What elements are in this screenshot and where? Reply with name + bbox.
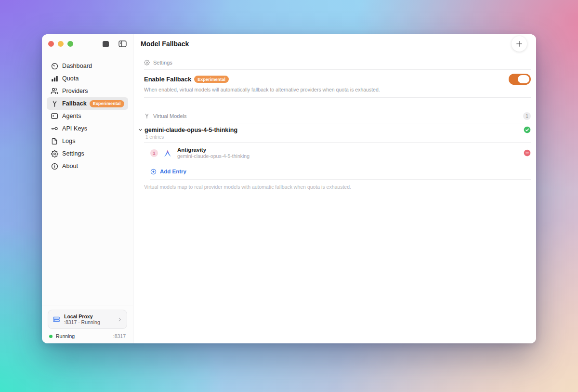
sidebar-footer: Local Proxy :8317 - Running Running :831… bbox=[42, 305, 133, 343]
settings-section-label: Settings bbox=[153, 60, 172, 65]
sidebar-titlebar bbox=[42, 34, 133, 53]
entries-list: 1 Antig bbox=[150, 143, 531, 180]
sidebar-item-label: About bbox=[62, 163, 78, 170]
enable-fallback-row: Enable Fallback Experimental When enable… bbox=[144, 70, 531, 98]
add-entry-button[interactable]: Add Entry bbox=[150, 164, 531, 180]
sidebar-item-about[interactable]: About bbox=[47, 160, 128, 172]
chevron-down-icon bbox=[138, 127, 143, 132]
sidebar: Dashboard Quota Providers Fallback Expe bbox=[42, 34, 133, 343]
enable-fallback-toggle[interactable] bbox=[509, 74, 531, 85]
sidebar-item-label: Settings bbox=[62, 150, 84, 157]
sidebar-item-label: Agents bbox=[62, 113, 81, 119]
chevron-right-icon bbox=[117, 317, 122, 322]
entry-priority-badge: 1 bbox=[150, 149, 158, 157]
terminal-window-icon bbox=[51, 112, 58, 120]
zoom-window-button[interactable] bbox=[67, 41, 73, 47]
fork-icon bbox=[51, 100, 58, 107]
sidebar-item-api-keys[interactable]: API Keys bbox=[47, 122, 128, 135]
users-icon bbox=[51, 87, 58, 95]
status-dot-icon bbox=[49, 335, 53, 338]
proxy-status-row: Running :8317 bbox=[48, 329, 127, 343]
sidebar-item-label: Providers bbox=[62, 88, 88, 94]
sidebar-item-agents[interactable]: Agents bbox=[47, 110, 128, 122]
entry-provider-name: Antigravity bbox=[177, 146, 250, 153]
settings-section-header: Settings bbox=[144, 56, 531, 70]
close-window-button[interactable] bbox=[48, 41, 54, 47]
status-label: Running bbox=[56, 333, 75, 339]
entry-model-name: gemini-claude-opus-4-5-thinking bbox=[177, 153, 250, 159]
gauge-icon bbox=[51, 62, 58, 70]
sidebar-item-label: Logs bbox=[62, 138, 76, 144]
proxy-subtitle: :8317 - Running bbox=[64, 319, 100, 325]
server-icon bbox=[53, 315, 60, 323]
sidebar-item-label: API Keys bbox=[62, 125, 87, 132]
plus-circle-icon bbox=[150, 169, 157, 175]
main-content: Settings Enable Fallback Experimental Wh… bbox=[133, 53, 536, 190]
sidebar-item-fallback[interactable]: Fallback Experimental bbox=[47, 97, 128, 110]
sidebar-item-label: Dashboard bbox=[62, 63, 92, 69]
remove-entry-button[interactable] bbox=[524, 149, 531, 157]
app-window: Dashboard Quota Providers Fallback Expe bbox=[42, 34, 536, 343]
stop-server-icon[interactable] bbox=[103, 41, 109, 47]
sidebar-item-label: Fallback bbox=[62, 100, 87, 107]
enable-fallback-label: Enable Fallback bbox=[144, 76, 191, 83]
enable-fallback-description: When enabled, virtual models will automa… bbox=[144, 87, 531, 92]
toggle-thumb bbox=[518, 75, 529, 83]
virtual-models-footer: Virtual models map to real provider mode… bbox=[144, 184, 531, 190]
status-port: :8317 bbox=[113, 333, 126, 339]
add-virtual-model-button[interactable] bbox=[512, 36, 527, 52]
minimize-window-button[interactable] bbox=[58, 41, 64, 47]
sidebar-item-quota[interactable]: Quota bbox=[47, 72, 128, 85]
info-icon bbox=[51, 162, 58, 170]
add-entry-label: Add Entry bbox=[160, 169, 186, 174]
toggle-sidebar-icon[interactable] bbox=[118, 40, 127, 47]
main-header: Model Fallback bbox=[133, 34, 536, 53]
bar-chart-icon bbox=[51, 75, 58, 82]
fallback-entry-row[interactable]: 1 Antig bbox=[150, 143, 531, 164]
gear-icon bbox=[144, 60, 150, 65]
entries-count-label: 1 entries bbox=[145, 134, 531, 140]
virtual-models-header: Virtual Models 1 bbox=[144, 109, 531, 123]
sidebar-item-dashboard[interactable]: Dashboard bbox=[47, 60, 128, 72]
document-icon bbox=[51, 137, 58, 145]
antigravity-logo-icon bbox=[163, 149, 172, 157]
fork-icon bbox=[144, 113, 150, 119]
gear-icon bbox=[51, 150, 58, 157]
experimental-badge: Experimental bbox=[194, 76, 229, 83]
proxy-title: Local Proxy bbox=[64, 314, 100, 319]
sidebar-item-logs[interactable]: Logs bbox=[47, 135, 128, 147]
virtual-models-label: Virtual Models bbox=[153, 113, 187, 119]
local-proxy-card[interactable]: Local Proxy :8317 - Running bbox=[48, 310, 127, 329]
experimental-badge: Experimental bbox=[90, 100, 124, 107]
model-enabled-check-icon[interactable] bbox=[524, 126, 531, 133]
main-panel: Model Fallback Settings Enable Fallback … bbox=[133, 34, 536, 343]
key-icon bbox=[51, 125, 58, 132]
sidebar-item-providers[interactable]: Providers bbox=[47, 85, 128, 97]
sidebar-nav: Dashboard Quota Providers Fallback Expe bbox=[42, 53, 133, 172]
sidebar-item-label: Quota bbox=[62, 75, 79, 82]
virtual-model-name: gemini-claude-opus-4-5-thinking bbox=[144, 127, 237, 133]
virtual-model-group-header[interactable]: gemini-claude-opus-4-5-thinking 1 entrie… bbox=[144, 123, 531, 143]
virtual-models-section: Virtual Models 1 gemini-claude-opus-4-5-… bbox=[144, 109, 531, 190]
sidebar-item-settings[interactable]: Settings bbox=[47, 147, 128, 160]
page-title: Model Fallback bbox=[141, 40, 189, 48]
model-count-badge: 1 bbox=[523, 112, 531, 120]
